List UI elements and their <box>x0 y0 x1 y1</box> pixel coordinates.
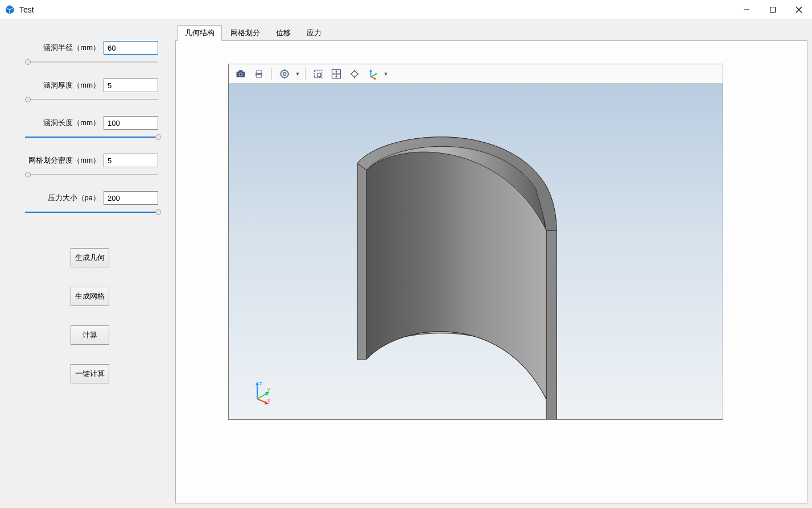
svg-text:x: x <box>267 398 270 403</box>
param-row-length: 涵洞长度（mm） <box>22 116 158 130</box>
client-area: 涵洞半径（mm） 涵洞厚度（mm） 涵洞长度（mm） 网格划分密度（m <box>0 19 812 508</box>
svg-point-13 <box>281 70 288 77</box>
svg-marker-27 <box>332 73 334 75</box>
svg-marker-28 <box>339 73 340 75</box>
svg-line-43 <box>257 393 267 399</box>
svg-marker-26 <box>335 76 337 78</box>
3d-viewport[interactable]: z y x <box>229 84 723 419</box>
svg-line-21 <box>320 76 322 78</box>
select-box-icon[interactable] <box>310 66 327 82</box>
tab-bar: 几何结构 网格划分 位移 应力 <box>175 25 807 41</box>
maximize-button[interactable] <box>760 0 786 19</box>
window-title: Test <box>19 5 34 14</box>
svg-marker-25 <box>335 70 337 72</box>
pressure-slider[interactable] <box>25 208 158 216</box>
svg-point-14 <box>283 72 286 75</box>
mesh-density-slider[interactable] <box>25 171 158 179</box>
camera-icon[interactable] <box>232 66 249 82</box>
svg-marker-37 <box>375 73 377 75</box>
param-label: 涵洞半径（mm） <box>22 43 104 53</box>
param-row-mesh: 网格划分密度（mm） <box>22 154 158 167</box>
mesh-density-input[interactable] <box>104 154 158 167</box>
pressure-input[interactable] <box>104 191 158 205</box>
param-label: 网格划分密度（mm） <box>22 155 104 166</box>
svg-rect-11 <box>257 70 261 73</box>
svg-text:y: y <box>267 386 270 392</box>
svg-point-20 <box>317 73 321 77</box>
svg-text:z: z <box>259 381 262 386</box>
svg-rect-12 <box>257 75 261 77</box>
close-button[interactable] <box>786 0 812 19</box>
tab-body: ▼ <box>175 40 807 503</box>
svg-marker-35 <box>369 69 372 71</box>
svg-marker-39 <box>374 77 377 79</box>
param-row-pressure: 压力大小（pa） <box>22 191 158 205</box>
sidebar-buttons: 生成几何 生成网格 计算 一键计算 <box>22 248 158 383</box>
settings-icon[interactable] <box>276 66 293 82</box>
generate-geometry-button[interactable]: 生成几何 <box>71 248 109 267</box>
axes-dropdown-icon[interactable]: ▼ <box>382 66 389 82</box>
axes-icon[interactable] <box>364 66 381 82</box>
tab-geometry[interactable]: 几何结构 <box>178 25 222 41</box>
compute-button[interactable]: 计算 <box>71 325 109 345</box>
svg-rect-29 <box>351 71 358 77</box>
thickness-slider[interactable] <box>25 96 158 104</box>
sidebar: 涵洞半径（mm） 涵洞厚度（mm） 涵洞长度（mm） 网格划分密度（m <box>5 25 175 503</box>
main-area: 几何结构 网格划分 位移 应力 ▼ <box>175 25 807 503</box>
geometry-render <box>229 84 723 419</box>
toolbar-separator <box>271 68 272 80</box>
title-bar: Test <box>0 0 812 19</box>
viewport-panel: ▼ <box>228 64 723 420</box>
radius-input[interactable] <box>104 41 158 55</box>
svg-rect-3 <box>770 7 776 12</box>
print-icon[interactable] <box>250 66 267 82</box>
param-label: 涵洞厚度（mm） <box>22 80 104 90</box>
generate-mesh-button[interactable]: 生成网格 <box>71 287 109 306</box>
param-label: 涵洞长度（mm） <box>22 118 104 128</box>
app-icon <box>5 5 15 15</box>
param-row-thickness: 涵洞厚度（mm） <box>22 79 158 92</box>
thickness-input[interactable] <box>104 79 158 92</box>
tab-mesh[interactable]: 网格划分 <box>223 25 267 41</box>
param-row-radius: 涵洞半径（mm） <box>22 41 158 55</box>
radius-slider[interactable] <box>25 58 158 66</box>
length-slider[interactable] <box>25 133 158 141</box>
svg-rect-9 <box>239 70 243 72</box>
toolbar-separator <box>305 68 306 80</box>
viewport-toolbar: ▼ <box>229 64 723 84</box>
one-click-compute-button[interactable]: 一键计算 <box>71 364 109 383</box>
pan-icon[interactable] <box>328 66 345 82</box>
svg-point-8 <box>240 73 241 75</box>
fit-icon[interactable] <box>346 66 363 82</box>
tab-displacement[interactable]: 位移 <box>269 25 298 41</box>
settings-dropdown-icon[interactable]: ▼ <box>294 66 301 82</box>
length-input[interactable] <box>104 116 158 130</box>
coordinate-triad: z y x <box>250 379 275 404</box>
minimize-button[interactable] <box>733 0 760 19</box>
tab-stress[interactable]: 应力 <box>299 25 329 41</box>
param-label: 压力大小（pa） <box>22 193 104 203</box>
svg-marker-41 <box>255 382 259 385</box>
